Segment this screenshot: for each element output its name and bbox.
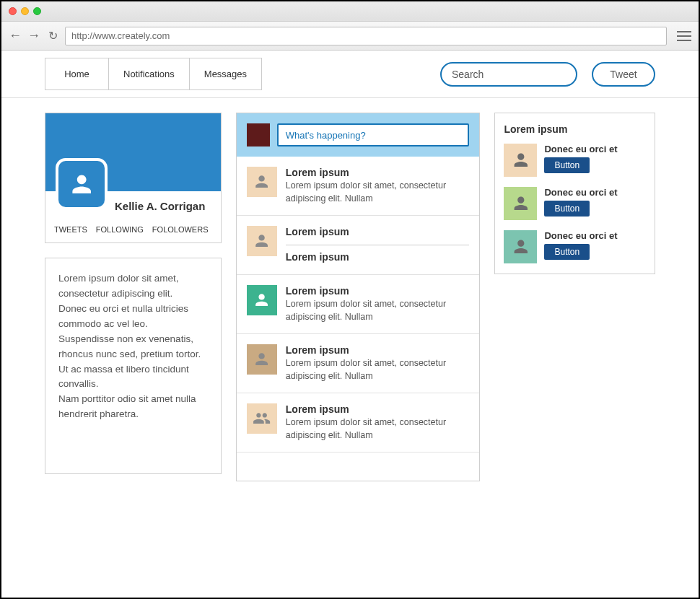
reload-icon[interactable]: ↻ — [46, 29, 59, 43]
suggestion-item: Donec eu orci etButton — [504, 187, 646, 220]
suggestions-card: Lorem ipsum Donec eu orci etButtonDonec … — [494, 113, 655, 274]
feed-spacer — [237, 452, 480, 481]
suggestion-item: Donec eu orci etButton — [504, 144, 646, 177]
person-icon — [511, 237, 531, 257]
window-maximize-icon[interactable] — [33, 7, 41, 15]
stat-followers[interactable]: FOLOLOWERS — [152, 225, 209, 234]
address-bar[interactable]: http://www.creately.com — [65, 27, 667, 45]
suggestion-button[interactable]: Button — [544, 244, 590, 260]
feed-item[interactable]: Lorem ipsumLorem ipsum dolor sit amet, c… — [237, 274, 480, 333]
person-icon — [253, 172, 271, 191]
person-icon — [253, 291, 271, 309]
feed-avatar — [247, 344, 277, 375]
suggestion-name: Donec eu orci et — [544, 230, 646, 241]
suggestion-button[interactable]: Button — [544, 157, 590, 173]
suggestion-avatar — [504, 230, 537, 263]
window-minimize-icon[interactable] — [21, 7, 29, 15]
feed-item-title: Lorem ipsum — [286, 167, 470, 178]
person-icon — [253, 350, 271, 368]
feed-avatar — [247, 167, 277, 197]
person-icon — [253, 232, 271, 250]
person-icon — [68, 170, 95, 198]
feed-item-title: Lorem ipsum — [286, 226, 470, 237]
feed-item-title: Lorem ipsum — [286, 403, 470, 415]
left-column: Kellie A. Corrigan TWEETS FOLLOWING FOLO… — [45, 113, 222, 481]
compose-input[interactable]: What's happening? — [277, 123, 470, 147]
profile-stats: TWEETS FOLLOWING FOLOLOWERS — [45, 212, 221, 242]
group-icon — [253, 409, 271, 427]
suggestion-avatar — [504, 144, 537, 177]
back-icon[interactable]: ← — [9, 28, 22, 43]
forward-icon[interactable]: → — [27, 28, 40, 43]
tweet-button[interactable]: Tweet — [592, 62, 655, 87]
nav-tab-messages[interactable]: Messages — [190, 58, 261, 89]
feed-item[interactable]: Lorem ipsumLorem ipsum dolor sit amet, c… — [237, 333, 480, 393]
nav-tab-home[interactable]: Home — [45, 58, 109, 89]
feed-avatar — [247, 226, 277, 256]
suggestion-item: Donec eu orci etButton — [504, 230, 646, 263]
feed-item-title: Lorem ipsum — [286, 285, 470, 297]
person-icon — [511, 150, 531, 170]
profile-card: Kellie A. Corrigan TWEETS FOLLOWING FOLO… — [45, 113, 222, 243]
nav-tabs: Home Notifications Messages — [45, 58, 262, 90]
suggestion-name: Donec eu orci et — [544, 144, 646, 154]
person-icon — [511, 193, 531, 214]
compose-avatar — [247, 123, 270, 147]
browser-titlebar — [1, 1, 699, 22]
compose-area: What's happening? — [237, 113, 480, 157]
feed-item-text: Lorem ipsum dolor sit amet, consectetur … — [286, 416, 470, 442]
suggestion-avatar — [504, 187, 537, 220]
profile-avatar[interactable] — [56, 158, 108, 210]
feed-item-text: Lorem ipsum dolor sit amet, consectetur … — [286, 180, 470, 205]
browser-toolbar: ← → ↻ http://www.creately.com — [1, 22, 699, 51]
search-input[interactable]: Search — [440, 62, 577, 87]
app-header: Home Notifications Messages Search Tweet — [1, 51, 699, 98]
feed-item-text: Lorem ipsum dolor sit amet, consectetur … — [286, 357, 470, 382]
feed-item-title: Lorem ipsum — [286, 344, 470, 356]
right-column: Lorem ipsum Donec eu orci etButtonDonec … — [494, 113, 655, 481]
suggestion-name: Donec eu orci et — [544, 187, 646, 198]
feed-column: What's happening? Lorem ipsumLorem ipsum… — [236, 113, 481, 481]
stat-following[interactable]: FOLLOWING — [96, 225, 144, 234]
stat-tweets[interactable]: TWEETS — [54, 225, 87, 234]
window-close-icon[interactable] — [9, 7, 17, 15]
main-content: Kellie A. Corrigan TWEETS FOLLOWING FOLO… — [1, 98, 699, 496]
feed-item[interactable]: Lorem ipsumLorem ipsum — [237, 215, 480, 274]
feed-item[interactable]: Lorem ipsumLorem ipsum dolor sit amet, c… — [237, 157, 480, 215]
suggestion-button[interactable]: Button — [544, 201, 590, 217]
feed-item[interactable]: Lorem ipsumLorem ipsum dolor sit amet, c… — [237, 393, 480, 452]
bio-card: Lorem ipsum dolor sit amet, consectetur … — [45, 258, 222, 474]
feed-item-subtitle: Lorem ipsum — [286, 251, 470, 263]
suggestions-title: Lorem ipsum — [504, 123, 646, 135]
feed-avatar — [247, 403, 277, 434]
nav-tab-notifications[interactable]: Notifications — [109, 58, 190, 89]
feed-avatar — [247, 285, 277, 315]
menu-icon[interactable] — [677, 31, 691, 41]
feed-item-text: Lorem ipsum dolor sit amet, consectetur … — [286, 298, 470, 323]
profile-name: Kellie A. Corrigan — [115, 200, 212, 212]
